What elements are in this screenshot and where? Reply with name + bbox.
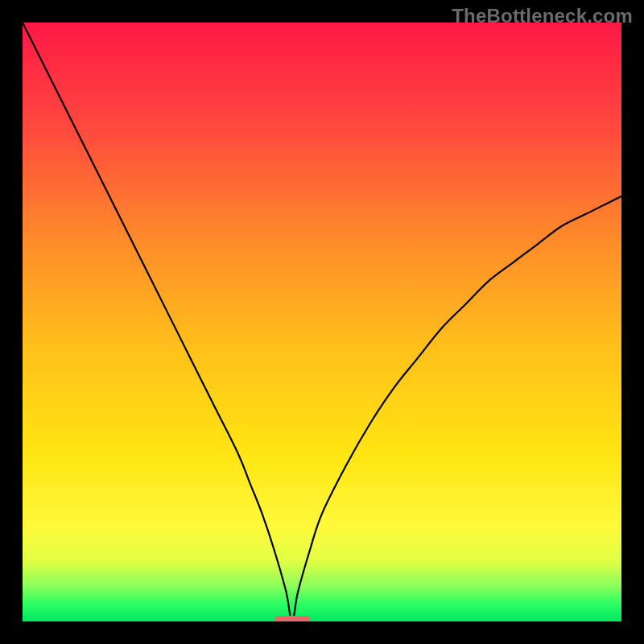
optimum-marker — [275, 616, 310, 621]
plot-area — [23, 23, 621, 621]
curve-line — [23, 23, 621, 621]
watermark-text: TheBottleneck.com — [452, 5, 633, 27]
bottleneck-curve — [23, 23, 621, 621]
chart-frame: TheBottleneck.com — [0, 0, 644, 644]
